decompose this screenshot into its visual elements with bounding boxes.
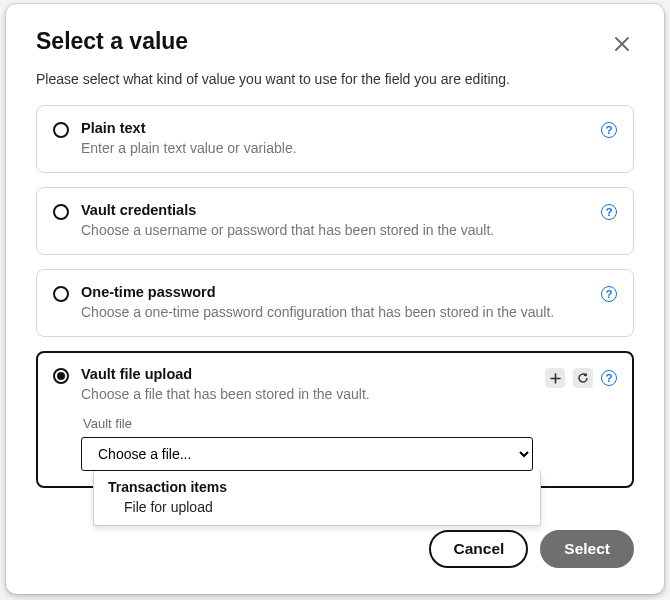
add-button[interactable] (545, 368, 565, 388)
dropdown-item-file-for-upload[interactable]: File for upload (94, 497, 540, 517)
modal-footer: Cancel Select (429, 530, 634, 568)
help-icon[interactable]: ? (601, 122, 617, 138)
refresh-button[interactable] (573, 368, 593, 388)
close-icon (614, 36, 630, 52)
option-title: One-time password (81, 284, 589, 300)
radio-one-time-password[interactable] (53, 286, 69, 302)
option-one-time-password[interactable]: One-time password Choose a one-time pass… (36, 269, 634, 337)
vault-file-dropdown: Transaction items File for upload (93, 471, 541, 526)
option-title: Vault credentials (81, 202, 589, 218)
modal-subtitle: Please select what kind of value you wan… (36, 71, 634, 87)
modal-header: Select a value (36, 22, 634, 65)
option-vault-file-upload[interactable]: Vault file upload Choose a file that has… (36, 351, 634, 488)
option-desc: Choose a file that has been stored in th… (81, 386, 533, 402)
help-icon[interactable]: ? (601, 286, 617, 302)
select-button[interactable]: Select (540, 530, 634, 568)
value-type-options: Plain text Enter a plain text value or v… (36, 105, 634, 488)
select-value-modal: Select a value Please select what kind o… (6, 4, 664, 594)
option-title: Plain text (81, 120, 589, 136)
vault-file-select-wrap: Choose a file... Transaction items File … (81, 437, 533, 471)
help-icon[interactable]: ? (601, 204, 617, 220)
radio-plain-text[interactable] (53, 122, 69, 138)
option-plain-text[interactable]: Plain text Enter a plain text value or v… (36, 105, 634, 173)
radio-vault-credentials[interactable] (53, 204, 69, 220)
vault-file-label: Vault file (83, 416, 533, 431)
modal-title: Select a value (36, 28, 188, 55)
dropdown-group: Transaction items (94, 477, 540, 497)
cancel-button[interactable]: Cancel (429, 530, 528, 568)
radio-vault-file-upload[interactable] (53, 368, 69, 384)
option-desc: Choose a one-time password configuration… (81, 304, 589, 320)
option-desc: Choose a username or password that has b… (81, 222, 589, 238)
refresh-icon (577, 372, 589, 384)
option-vault-credentials[interactable]: Vault credentials Choose a username or p… (36, 187, 634, 255)
plus-icon (550, 373, 561, 384)
option-desc: Enter a plain text value or variable. (81, 140, 589, 156)
option-title: Vault file upload (81, 366, 533, 382)
vault-file-select[interactable]: Choose a file... (81, 437, 533, 471)
close-button[interactable] (610, 32, 634, 56)
help-icon[interactable]: ? (601, 370, 617, 386)
